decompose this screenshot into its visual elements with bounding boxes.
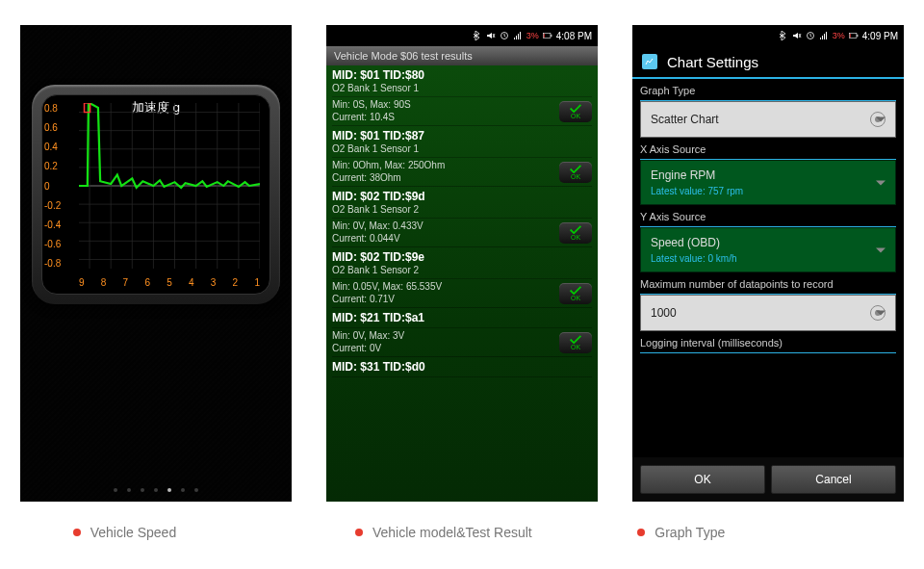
obd-values: Min: 0Ohm, Max: 250OhmCurrent: 38Ohm <box>332 160 445 184</box>
y-tick: 0.2 <box>44 161 61 171</box>
graph-type-label: Graph Type <box>632 79 904 100</box>
obd-item[interactable]: MID: $01 TID:$87O2 Bank 1 Sensor 1 <box>332 126 592 158</box>
obd-mid: MID: $01 TID:$80 <box>332 68 592 82</box>
max-points-label: Maximum number of datapoints to record <box>632 272 904 294</box>
x-tick: 1 <box>254 277 260 288</box>
status-icons <box>473 31 523 40</box>
y-tick: 0 <box>44 181 61 192</box>
chevron-down-icon <box>876 117 886 122</box>
pager-dot[interactable] <box>167 488 171 492</box>
max-points-value: 1000 <box>651 306 677 320</box>
obd-values: Min: 0V, Max: 0.433VCurrent: 0.044V <box>332 220 424 245</box>
caption-row: Vehicle Speed Vehicle model&Test Result … <box>0 502 924 540</box>
obd-desc: O2 Bank 1 Sensor 1 <box>332 143 592 154</box>
x-tick: 8 <box>101 277 107 288</box>
y-axis-label: Y Axis Source <box>632 205 904 226</box>
mute-icon <box>486 31 496 40</box>
y-tick: -0.2 <box>44 200 61 211</box>
cancel-button[interactable]: Cancel <box>771 465 896 494</box>
battery-percent: 3% <box>833 31 845 40</box>
pager-dot[interactable] <box>181 488 185 492</box>
status-clock: 4:08 PM <box>556 31 592 41</box>
phone-row: 加速度 g 0.80.60.40.20-0.2-0.4-0.6-0.8 9876… <box>0 0 924 502</box>
status-bar: 3% 4:09 PM <box>632 25 904 46</box>
pager-dot[interactable] <box>114 488 117 492</box>
obd-item[interactable]: MID: $31 TID:$d0 <box>332 357 592 377</box>
bullet-icon <box>637 529 645 536</box>
signal-icon <box>513 31 523 40</box>
max-points-select[interactable]: 1000 <box>640 295 896 331</box>
obd-values: Min: 0.05V, Max: 65.535VCurrent: 0.71V <box>332 281 442 305</box>
obd-values-row: Min: 0Ohm, Max: 250OhmCurrent: 38OhmOK <box>332 158 592 187</box>
bullet-icon <box>73 529 81 536</box>
x-tick: 5 <box>167 277 172 288</box>
signal-icon <box>819 31 829 40</box>
obd-item[interactable]: MID: $02 TID:$9dO2 Bank 1 Sensor 2 <box>332 187 592 219</box>
battery-percent: 3% <box>526 31 539 40</box>
y-axis-select[interactable]: Speed (OBD) Latest value: 0 km/h <box>640 227 896 272</box>
obd-item[interactable]: MID: $21 TID:$a1 <box>332 308 592 328</box>
obd-values-row: Min: 0.05V, Max: 65.535VCurrent: 0.71VOK <box>332 279 592 308</box>
y-tick: 0.4 <box>44 142 61 152</box>
x-axis-select[interactable]: Engine RPM Latest value: 757 rpm <box>640 160 896 205</box>
x-tick: 9 <box>79 277 85 288</box>
obd-mid: MID: $21 TID:$a1 <box>332 311 592 324</box>
y-tick: 0.8 <box>44 103 61 114</box>
obd-mid: MID: $02 TID:$9e <box>332 250 592 264</box>
pager-dot[interactable] <box>194 488 198 492</box>
ok-button[interactable]: OK <box>640 465 765 494</box>
svg-rect-24 <box>544 34 545 38</box>
obd-values: Min: 0S, Max: 90SCurrent: 10.4S <box>332 99 411 123</box>
svg-rect-23 <box>551 35 552 38</box>
chart-settings-screen: Chart Settings Graph Type Scatter Chart … <box>632 46 904 502</box>
x-tick: 6 <box>144 277 150 288</box>
pager-dot[interactable] <box>141 488 144 492</box>
x-tick: 2 <box>233 277 239 288</box>
obd-item[interactable]: MID: $02 TID:$9eO2 Bank 1 Sensor 2 <box>332 247 592 279</box>
pager-dot[interactable] <box>127 488 131 492</box>
x-axis-value: Engine RPM <box>651 168 715 182</box>
y-axis-latest: Latest value: 0 km/h <box>651 253 737 264</box>
alarm-icon <box>806 31 815 40</box>
obd-values-row: Min: 0S, Max: 90SCurrent: 10.4SOK <box>332 97 592 126</box>
phone-2: 3% 4:08 PM Vehicle Mode $06 test results… <box>326 25 598 502</box>
caption-1: Vehicle Speed <box>44 525 316 540</box>
app-icon <box>642 54 657 69</box>
pager-dot[interactable] <box>154 488 158 492</box>
svg-rect-30 <box>850 34 851 38</box>
y-tick: -0.6 <box>44 239 61 249</box>
ok-badge: OK <box>559 101 592 122</box>
obd-header: Vehicle Mode $06 test results <box>326 46 598 65</box>
ok-badge: OK <box>559 283 592 304</box>
obd-values-row: Min: 0V, Max: 3VCurrent: 0VOK <box>332 328 592 357</box>
obd-mid: MID: $01 TID:$87 <box>332 129 592 142</box>
carbon-bg: 加速度 g 0.80.60.40.20-0.2-0.4-0.6-0.8 9876… <box>20 25 292 502</box>
ok-badge: OK <box>559 222 592 244</box>
x-axis-label: X Axis Source <box>632 138 904 159</box>
caption-1-text: Vehicle Speed <box>90 525 177 540</box>
chart-bezel: 加速度 g 0.80.60.40.20-0.2-0.4-0.6-0.8 9876… <box>32 85 280 304</box>
mute-icon <box>792 31 802 40</box>
graph-type-value: Scatter Chart <box>651 113 719 126</box>
chevron-down-icon <box>876 247 886 252</box>
caption-2-text: Vehicle model&Test Result <box>372 525 532 540</box>
obd-test-list[interactable]: MID: $01 TID:$80O2 Bank 1 Sensor 1Min: 0… <box>326 65 598 502</box>
phone-1: 加速度 g 0.80.60.40.20-0.2-0.4-0.6-0.8 9876… <box>20 25 292 502</box>
plot-area <box>79 103 260 269</box>
obd-desc: O2 Bank 1 Sensor 1 <box>332 83 592 93</box>
alarm-icon <box>500 31 509 40</box>
settings-title: Chart Settings <box>667 54 758 70</box>
obd-item[interactable]: MID: $01 TID:$80O2 Bank 1 Sensor 1 <box>332 65 592 97</box>
y-axis-ticks: 0.80.60.40.20-0.2-0.4-0.6-0.8 <box>44 103 61 269</box>
x-tick: 4 <box>189 277 194 288</box>
x-tick: 7 <box>123 277 129 288</box>
ok-badge: OK <box>559 162 592 183</box>
chart-svg <box>79 103 260 269</box>
caption-2: Vehicle model&Test Result <box>326 525 598 540</box>
bluetooth-icon <box>473 31 482 40</box>
ok-badge: OK <box>559 332 592 353</box>
status-clock: 4:09 PM <box>862 31 898 41</box>
graph-type-select[interactable]: Scatter Chart <box>640 101 896 138</box>
y-tick: -0.8 <box>44 258 61 269</box>
y-tick: -0.4 <box>44 220 61 230</box>
